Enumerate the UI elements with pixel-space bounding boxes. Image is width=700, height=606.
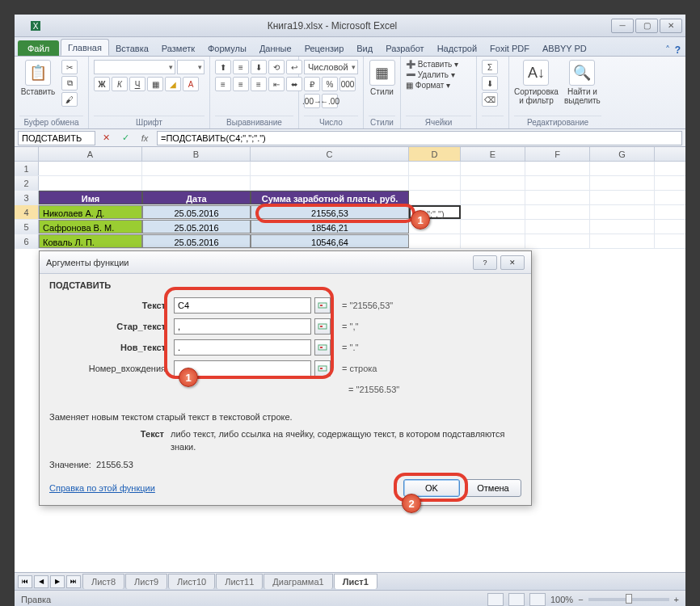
align-bottom-icon[interactable]: ⬇ — [251, 60, 267, 74]
format-cells-button[interactable]: ▦ Формат ▾ — [406, 81, 450, 90]
zoom-slider[interactable] — [588, 598, 669, 601]
tab-file[interactable]: Файл — [18, 40, 59, 56]
tab-abbyy[interactable]: ABBYY PD — [536, 40, 593, 56]
indent-dec-icon[interactable]: ⇤ — [268, 77, 285, 91]
paste-button[interactable]: 📋 Вставить — [19, 60, 57, 96]
arg-text-input[interactable] — [174, 297, 311, 314]
arg-num-ref-button[interactable] — [314, 360, 331, 377]
col-header-f[interactable]: F — [525, 147, 590, 161]
view-pagebreak-icon[interactable] — [529, 593, 546, 606]
tab-home[interactable]: Главная — [61, 39, 109, 56]
worksheet-grid[interactable]: A B C D E F G 1 2 3 Имя Дата Сумма зараб… — [15, 147, 685, 572]
bold-icon[interactable]: Ж — [94, 77, 110, 91]
comma-icon[interactable]: 000 — [339, 77, 356, 91]
font-name-combo[interactable] — [94, 60, 175, 74]
border-icon[interactable]: ▦ — [147, 77, 163, 91]
arg-new-input[interactable] — [174, 339, 311, 356]
arg-old-input[interactable] — [174, 318, 311, 335]
number-format-combo[interactable]: Числовой — [304, 60, 358, 74]
ribbon-minimize-icon[interactable]: ˄ — [665, 44, 670, 56]
cell-b6[interactable]: 25.05.2016 — [142, 234, 251, 248]
dialog-help-button[interactable]: ? — [473, 255, 497, 270]
align-center-icon[interactable]: ≡ — [233, 77, 249, 91]
orientation-icon[interactable]: ⟲ — [268, 60, 285, 74]
align-left-icon[interactable]: ≡ — [215, 77, 231, 91]
sheet-tab[interactable]: Диаграмма1 — [264, 574, 332, 589]
header-date[interactable]: Дата — [142, 191, 251, 204]
header-sum[interactable]: Сумма заработной платы, руб. — [251, 191, 409, 204]
font-color-icon[interactable]: A — [183, 77, 199, 91]
clear-icon[interactable]: ⌫ — [482, 92, 498, 107]
formula-input[interactable]: =ПОДСТАВИТЬ(C4;",";".") — [157, 131, 682, 145]
cell-a6[interactable]: Коваль Л. П. — [39, 234, 142, 248]
col-header-g[interactable]: G — [590, 147, 655, 161]
cut-icon[interactable]: ✂ — [61, 60, 78, 74]
arg-new-ref-button[interactable] — [314, 339, 331, 356]
sort-filter-button[interactable]: A↓ Сортировка и фильтр — [514, 60, 559, 105]
close-button[interactable]: ✕ — [660, 19, 682, 33]
sheet-tab[interactable]: Лист11 — [216, 574, 263, 589]
accept-formula-icon[interactable]: ✓ — [118, 131, 133, 145]
sheet-tab[interactable]: Лист8 — [82, 574, 124, 589]
col-header-e[interactable]: E — [461, 147, 525, 161]
fill-color-icon[interactable]: ◢ — [165, 77, 181, 91]
align-middle-icon[interactable]: ≡ — [233, 60, 249, 74]
name-box[interactable]: ПОДСТАВИТЬ — [18, 131, 95, 145]
select-all-corner[interactable] — [15, 147, 39, 161]
decimal-dec-icon[interactable]: ←.00 — [322, 94, 338, 108]
header-name[interactable]: Имя — [39, 191, 142, 204]
dialog-close-button[interactable]: ✕ — [500, 255, 525, 270]
zoom-out-icon[interactable]: − — [578, 595, 583, 604]
sheet-nav-first-icon[interactable]: ⏮ — [18, 575, 32, 588]
dialog-help-link[interactable]: Справка по этой функции — [49, 483, 155, 493]
currency-icon[interactable]: ₽ — [304, 77, 320, 91]
col-header-a[interactable]: A — [39, 147, 142, 161]
tab-formulas[interactable]: Формулы — [201, 40, 253, 56]
tab-review[interactable]: Рецензир — [298, 40, 351, 56]
arg-old-ref-button[interactable] — [314, 318, 331, 335]
format-painter-icon[interactable]: 🖌 — [61, 92, 78, 107]
cell-a5[interactable]: Сафронова В. М. — [39, 220, 142, 234]
fx-icon[interactable]: fx — [137, 131, 152, 145]
sheet-tab[interactable]: Лист10 — [168, 574, 215, 589]
tab-layout[interactable]: Разметк — [155, 40, 201, 56]
delete-cells-button[interactable]: ➖ Удалить ▾ — [406, 70, 455, 79]
zoom-in-icon[interactable]: + — [674, 595, 679, 604]
help-icon[interactable]: ? — [675, 44, 681, 56]
find-select-button[interactable]: 🔍 Найти и выделить — [563, 60, 601, 105]
styles-button[interactable]: ▦ Стили — [369, 60, 395, 96]
align-right-icon[interactable]: ≡ — [251, 77, 267, 91]
sheet-tab-active[interactable]: Лист1 — [334, 574, 377, 589]
underline-icon[interactable]: Ч — [129, 77, 145, 91]
minimize-button[interactable]: ─ — [611, 19, 634, 33]
view-normal-icon[interactable] — [487, 593, 504, 606]
tab-developer[interactable]: Разработ — [379, 40, 430, 56]
tab-foxit[interactable]: Foxit PDF — [483, 40, 536, 56]
fill-icon[interactable]: ⬇ — [482, 76, 498, 90]
cell-a4[interactable]: Николаев А. Д. — [39, 205, 142, 219]
cancel-formula-icon[interactable]: ✕ — [99, 131, 113, 145]
col-header-c[interactable]: C — [251, 147, 409, 161]
col-header-b[interactable]: B — [142, 147, 251, 161]
tab-addins[interactable]: Надстрой — [431, 40, 483, 56]
percent-icon[interactable]: % — [322, 77, 338, 91]
italic-icon[interactable]: К — [112, 77, 128, 91]
cell-c5[interactable]: 18546,21 — [251, 220, 409, 234]
insert-cells-button[interactable]: ➕ Вставить ▾ — [406, 60, 458, 69]
cell-c6[interactable]: 10546,64 — [251, 234, 409, 248]
sheet-tab[interactable]: Лист9 — [125, 574, 167, 589]
col-header-d[interactable]: D — [409, 147, 461, 161]
maximize-button[interactable]: ▢ — [635, 19, 658, 33]
cell-c4[interactable]: 21556,53 — [251, 205, 409, 219]
copy-icon[interactable]: ⧉ — [61, 76, 78, 90]
font-size-combo[interactable] — [177, 60, 205, 74]
cell-b5[interactable]: 25.05.2016 — [142, 220, 251, 234]
arg-text-ref-button[interactable] — [314, 297, 331, 314]
tab-view[interactable]: Вид — [350, 40, 379, 56]
cell-b4[interactable]: 25.05.2016 — [142, 205, 251, 219]
tab-insert[interactable]: Вставка — [109, 40, 155, 56]
sheet-nav-next-icon[interactable]: ▶ — [50, 575, 65, 588]
view-layout-icon[interactable] — [508, 593, 525, 606]
autosum-icon[interactable]: Σ — [482, 60, 498, 74]
tab-data[interactable]: Данные — [253, 40, 298, 56]
